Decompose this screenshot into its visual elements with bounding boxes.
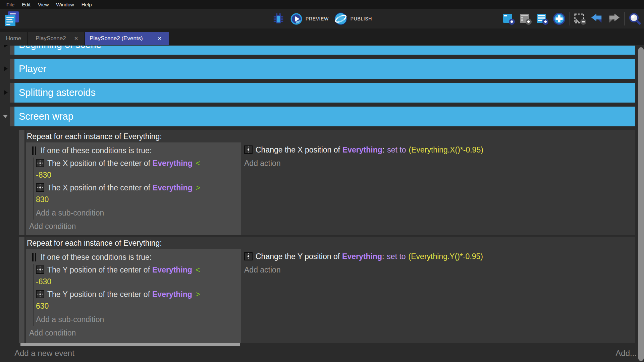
- add-sub-condition-link[interactable]: Add a sub-condition: [34, 207, 241, 219]
- expand-arrow-icon[interactable]: [3, 115, 8, 118]
- comparison-operator: >: [196, 290, 200, 299]
- action-expression: (Everything.X()*-0.95): [409, 145, 483, 154]
- add-more-link[interactable]: Add...: [615, 348, 637, 359]
- group-title: Beginning of scene: [14, 46, 635, 55]
- collapse-arrow-icon[interactable]: [4, 90, 8, 95]
- condition-row[interactable]: The X position of the center ofEverythin…: [34, 158, 241, 181]
- add-new-event-link[interactable]: Add a new event: [14, 348, 74, 359]
- condition-value: 830: [36, 194, 241, 205]
- position-icon: [36, 265, 44, 274]
- redo-icon[interactable]: [607, 12, 620, 25]
- publish-label: PUBLISH: [351, 16, 372, 21]
- events-sheet: Beginning of scene Player Splitting aste…: [0, 45, 644, 362]
- choose-and-add-event-icon[interactable]: [553, 12, 566, 25]
- position-icon: [36, 290, 44, 298]
- publish-globe-icon: [334, 12, 347, 25]
- group-title: Splitting asteroids: [14, 83, 635, 103]
- repeat-for-each-label[interactable]: Repeat for each instance of Everything:: [26, 237, 635, 249]
- group-drag-handle[interactable]: [10, 83, 14, 103]
- condition-text: The Y position of the center of: [47, 265, 150, 274]
- object-name: Everything: [342, 252, 382, 261]
- group-title: Screen wrap: [14, 107, 635, 126]
- search-icon[interactable]: [629, 12, 641, 25]
- add-action-link[interactable]: Add action: [244, 158, 635, 169]
- action-separator: :: [382, 252, 384, 261]
- object-name: Everything: [153, 159, 193, 168]
- event-group-beginning-of-scene[interactable]: Beginning of scene: [0, 46, 635, 55]
- event-row[interactable]: Repeat for each instance of Everything: …: [19, 130, 635, 235]
- action-operator: set to: [387, 252, 406, 261]
- event-drag-handle[interactable]: [19, 237, 24, 343]
- add-sub-condition-link[interactable]: Add a sub-condition: [34, 314, 241, 325]
- tab-label: Home: [6, 35, 21, 42]
- tab-playscene2-events[interactable]: PlayScene2 (Events): [85, 32, 169, 45]
- actions-column: Change the Y position ofEverything:set t…: [244, 249, 635, 343]
- close-tab-icon[interactable]: [157, 36, 163, 42]
- or-conditions-header[interactable]: If one of these conditions is true:: [26, 251, 241, 263]
- vertical-scrollbar[interactable]: [638, 47, 644, 361]
- menu-item-edit[interactable]: Edit: [18, 0, 34, 9]
- event-group-splitting-asteroids[interactable]: Splitting asteroids: [0, 83, 635, 103]
- position-icon: [36, 183, 44, 192]
- tab-playscene2[interactable]: PlayScene2: [28, 32, 84, 45]
- tab-home[interactable]: Home: [0, 32, 27, 45]
- collapse-arrow-icon[interactable]: [4, 66, 8, 71]
- or-operator-icon: [32, 253, 36, 261]
- undo-icon[interactable]: [591, 12, 603, 25]
- menu-item-file[interactable]: File: [3, 0, 18, 9]
- condition-row[interactable]: The X position of the center ofEverythin…: [34, 182, 241, 205]
- condition-row[interactable]: The Y position of the center ofEverythin…: [34, 264, 241, 288]
- condition-value: 630: [36, 300, 241, 312]
- conditions-panel: If one of these conditions is true: The …: [26, 249, 241, 343]
- add-subevent-icon[interactable]: [519, 12, 532, 25]
- comparison-operator: <: [196, 159, 200, 168]
- add-condition-link[interactable]: Add condition: [26, 221, 241, 232]
- position-icon: [244, 145, 253, 154]
- action-row[interactable]: Change the Y position ofEverything:set t…: [244, 251, 635, 262]
- add-comment-icon[interactable]: [536, 12, 549, 25]
- event-bottom-bar: [20, 343, 240, 346]
- condition-row[interactable]: The Y position of the center ofEverythin…: [34, 289, 241, 312]
- action-separator: :: [382, 145, 384, 154]
- collapse-arrow-icon[interactable]: [4, 45, 8, 48]
- actions-column: Change the X position ofEverything:set t…: [244, 142, 635, 235]
- object-name: Everything: [152, 290, 192, 299]
- menu-item-window[interactable]: Window: [52, 0, 77, 9]
- add-condition-link[interactable]: Add condition: [26, 327, 241, 339]
- publish-button[interactable]: PUBLISH: [334, 12, 372, 25]
- action-text: Change the X position of: [256, 145, 340, 154]
- tab-label: PlayScene2 (Events): [85, 35, 150, 42]
- object-name: Everything: [342, 145, 382, 154]
- repeat-for-each-label[interactable]: Repeat for each instance of Everything:: [26, 130, 635, 142]
- condition-text: The X position of the center of: [47, 159, 150, 168]
- object-name: Everything: [153, 183, 193, 192]
- or-operator-icon: [32, 146, 36, 155]
- logo-front-page: [5, 15, 15, 26]
- debugger-icon[interactable]: [272, 12, 285, 25]
- event-row[interactable]: Repeat for each instance of Everything: …: [19, 237, 635, 343]
- action-row[interactable]: Change the X position ofEverything:set t…: [244, 144, 635, 156]
- object-name: Everything: [152, 265, 192, 274]
- add-action-link[interactable]: Add action: [244, 264, 635, 276]
- event-group-screen-wrap[interactable]: Screen wrap: [0, 107, 635, 126]
- group-drag-handle[interactable]: [10, 107, 14, 126]
- condition-value: -630: [36, 276, 241, 288]
- menu-item-view[interactable]: View: [34, 0, 52, 9]
- menu-item-help[interactable]: Help: [78, 0, 96, 9]
- tab-strip: Home PlayScene2 PlayScene2 (Events): [0, 28, 644, 45]
- group-drag-handle[interactable]: [10, 59, 14, 79]
- event-drag-handle[interactable]: [19, 130, 24, 235]
- close-tab-icon[interactable]: [73, 36, 79, 42]
- condition-text: The Y position of the center of: [47, 290, 150, 299]
- group-drag-handle[interactable]: [10, 46, 14, 55]
- position-icon: [244, 252, 253, 260]
- or-conditions-header-text: If one of these conditions is true:: [41, 253, 152, 262]
- condition-value: -830: [36, 169, 241, 181]
- remove-selection-icon[interactable]: [574, 12, 587, 25]
- preview-button[interactable]: PREVIEW: [290, 13, 329, 25]
- event-group-player[interactable]: Player: [0, 59, 635, 79]
- or-conditions-header-text: If one of these conditions is true:: [41, 146, 152, 155]
- or-conditions-header[interactable]: If one of these conditions is true:: [26, 144, 241, 157]
- add-event-icon[interactable]: [502, 12, 515, 25]
- comparison-operator: <: [196, 265, 200, 274]
